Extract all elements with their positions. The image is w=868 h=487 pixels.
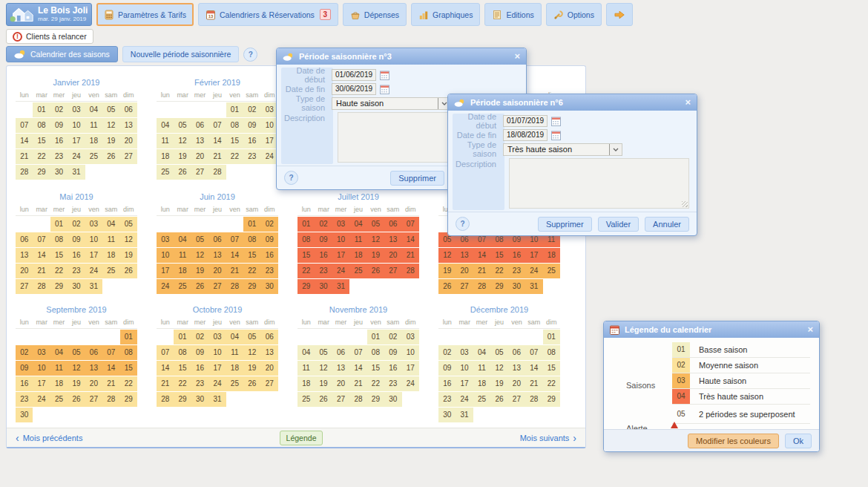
- end-date-input[interactable]: 30/06/2019: [332, 83, 376, 95]
- calendar-day[interactable]: 19: [191, 264, 208, 278]
- calendar-day[interactable]: 02: [191, 330, 208, 344]
- calendar-day[interactable]: 29: [120, 392, 137, 407]
- calendar-picker-icon[interactable]: [380, 71, 389, 80]
- calendar-day[interactable]: 24: [332, 264, 349, 278]
- start-date-input[interactable]: 01/06/2019: [332, 69, 376, 81]
- calendar-day[interactable]: 16: [243, 134, 260, 148]
- calendar-day[interactable]: 23: [243, 149, 260, 164]
- calendar-day[interactable]: 10: [68, 118, 85, 133]
- calendar-day[interactable]: 30: [384, 392, 401, 407]
- calendar-day[interactable]: 06: [261, 330, 278, 344]
- calendar-day[interactable]: 18: [349, 248, 366, 263]
- calendar-day[interactable]: 12: [438, 248, 456, 263]
- calendar-day[interactable]: 17: [402, 361, 419, 376]
- tab-parametres-tarifs[interactable]: Paramètres & Tarifs: [96, 3, 194, 26]
- calendar-day[interactable]: 27: [208, 279, 226, 294]
- calendar-day[interactable]: 21: [525, 376, 542, 391]
- calendar-day[interactable]: 21: [33, 264, 50, 278]
- calendar-day[interactable]: 31: [332, 279, 349, 294]
- calendar-day[interactable]: 25: [543, 264, 560, 278]
- calendar-day[interactable]: 05: [191, 232, 208, 247]
- calendar-day[interactable]: 26: [68, 392, 85, 407]
- calendar-day[interactable]: 19: [102, 134, 119, 148]
- calendar-day[interactable]: 29: [543, 392, 560, 407]
- calendar-day[interactable]: 18: [473, 376, 490, 391]
- calendar-day[interactable]: 13: [208, 248, 226, 263]
- calendar-day[interactable]: 01: [226, 102, 243, 117]
- calendar-day[interactable]: 16: [50, 134, 68, 148]
- close-icon[interactable]: ×: [685, 98, 691, 107]
- calendar-day[interactable]: 30: [16, 408, 33, 422]
- calendar-day[interactable]: 09: [50, 118, 68, 133]
- calendar-day[interactable]: 25: [174, 279, 191, 294]
- calendar-day[interactable]: 15: [543, 361, 560, 376]
- calendar-day[interactable]: 06: [191, 118, 208, 133]
- calendar-day[interactable]: 25: [297, 392, 315, 407]
- calendar-day[interactable]: 20: [85, 376, 102, 391]
- calendar-day[interactable]: 08: [50, 232, 68, 247]
- calendar-day[interactable]: 23: [50, 149, 68, 164]
- calendar-day[interactable]: 19: [68, 376, 85, 391]
- calendar-day[interactable]: 14: [102, 361, 119, 376]
- calendar-day[interactable]: 17: [332, 248, 349, 263]
- calendar-day[interactable]: 25: [85, 149, 102, 164]
- calendar-day[interactable]: 24: [208, 376, 226, 391]
- calendar-day[interactable]: 11: [102, 232, 119, 247]
- calendar-day[interactable]: 28: [525, 392, 542, 407]
- calendar-day[interactable]: 23: [261, 264, 278, 278]
- calendar-day[interactable]: 04: [174, 232, 191, 247]
- calendar-day[interactable]: 05: [367, 217, 384, 232]
- calendar-day[interactable]: 31: [525, 279, 542, 294]
- calendar-day[interactable]: 28: [33, 279, 50, 294]
- calendar-day[interactable]: 20: [191, 149, 208, 164]
- calendar-day[interactable]: 06: [120, 102, 137, 117]
- calendar-day[interactable]: 27: [85, 392, 102, 407]
- calendar-day[interactable]: 25: [349, 264, 366, 278]
- calendar-day[interactable]: 09: [243, 118, 260, 133]
- validate-button[interactable]: Valider: [598, 217, 639, 232]
- calendar-day[interactable]: 20: [208, 264, 226, 278]
- calendar-day[interactable]: 24: [85, 264, 102, 278]
- calendar-day[interactable]: 13: [456, 248, 473, 263]
- calendar-day[interactable]: 15: [297, 248, 315, 263]
- calendar-day[interactable]: 02: [384, 330, 401, 344]
- calendar-day[interactable]: 11: [157, 134, 174, 148]
- calendar-day[interactable]: 08: [367, 345, 384, 360]
- calendar-day[interactable]: 13: [85, 361, 102, 376]
- calendar-day[interactable]: 14: [208, 134, 226, 148]
- calendar-day[interactable]: 08: [243, 232, 260, 247]
- calendar-day[interactable]: 15: [243, 248, 260, 263]
- calendar-picker-icon[interactable]: [380, 85, 389, 94]
- calendar-day[interactable]: 29: [490, 279, 507, 294]
- calendar-day[interactable]: 24: [68, 149, 85, 164]
- description-textarea[interactable]: [509, 158, 689, 209]
- calendar-day[interactable]: 13: [332, 361, 349, 376]
- calendar-day[interactable]: 03: [68, 102, 85, 117]
- calendar-day[interactable]: 02: [261, 217, 278, 232]
- calendar-day[interactable]: 21: [157, 376, 174, 391]
- calendar-day[interactable]: 03: [402, 330, 419, 344]
- calendar-day[interactable]: 07: [157, 345, 174, 360]
- calendar-day[interactable]: 11: [226, 345, 243, 360]
- end-date-input[interactable]: 18/08/2019: [503, 129, 548, 141]
- calendar-day[interactable]: 09: [191, 345, 208, 360]
- calendar-day[interactable]: 13: [16, 248, 33, 263]
- calendar-day[interactable]: 10: [208, 345, 226, 360]
- calendar-day[interactable]: 23: [384, 376, 401, 391]
- tab-depenses[interactable]: Dépenses: [343, 3, 407, 26]
- calendar-day[interactable]: 17: [33, 376, 50, 391]
- calendar-day[interactable]: 22: [243, 264, 260, 278]
- calendar-day[interactable]: 04: [50, 345, 68, 360]
- calendar-day[interactable]: 05: [68, 345, 85, 360]
- calendar-day[interactable]: 31: [85, 279, 102, 294]
- clients-a-relancer-button[interactable]: ! Clients à relancer: [6, 29, 93, 44]
- calendar-day[interactable]: 26: [315, 392, 332, 407]
- calendar-day[interactable]: 13: [508, 361, 525, 376]
- calendar-day[interactable]: 20: [508, 376, 525, 391]
- tab-editions[interactable]: Editions: [484, 3, 541, 26]
- calendar-day[interactable]: 30: [50, 165, 68, 180]
- calendar-picker-icon[interactable]: [551, 117, 561, 126]
- tab-calendrier-des-saisons[interactable]: Calendrier des saisons: [6, 46, 118, 62]
- calendar-day[interactable]: 11: [174, 248, 191, 263]
- calendar-day[interactable]: 31: [456, 408, 473, 422]
